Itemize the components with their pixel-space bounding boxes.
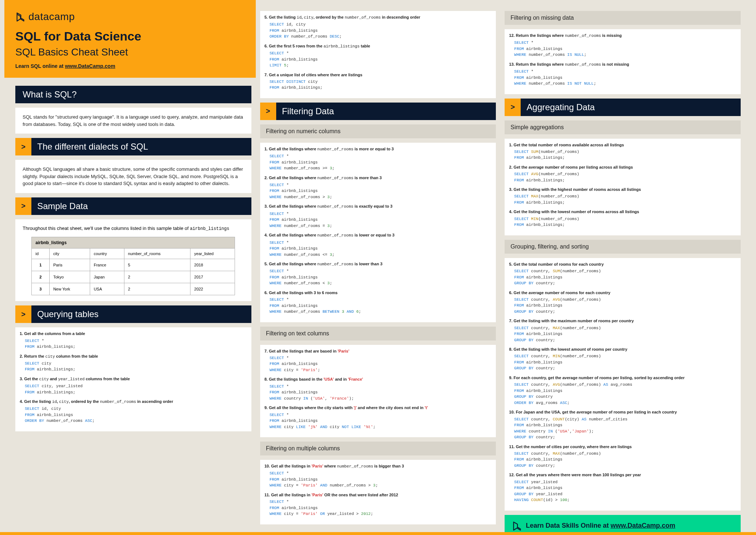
code-item: 12. Return the listings where number_of_… <box>509 33 736 58</box>
code-item: 7. Get all the listings that are based i… <box>265 349 492 373</box>
code-item: 11. Get the number of cities per country… <box>509 444 736 469</box>
section-title: What is SQL? <box>15 86 251 103</box>
code-item: 4. Get the listing id, city, ordered by … <box>20 399 247 424</box>
code-item: 1. Get all the columns from a tableSELEC… <box>20 331 247 350</box>
learn-line: Learn SQL online at www.DataCamp.com <box>15 63 245 69</box>
querying-items-cont: 5. Get the listing id, city, ordered by … <box>260 11 496 98</box>
datacamp-logo-icon <box>512 521 522 531</box>
item-label: 3. Get the listing with the highest numb… <box>509 187 736 192</box>
item-label: 5. Get all the listings where number_of_… <box>265 261 492 267</box>
item-label: 12. Return the listings where number_of_… <box>509 33 736 38</box>
page: datacamp SQL for Data Science SQL Basics… <box>0 0 756 535</box>
table-cell: Tokyo <box>49 271 90 283</box>
column-1: datacamp SQL for Data Science SQL Basics… <box>11 11 256 531</box>
datacamp-logo-icon <box>15 12 26 22</box>
column-3: Filtering on missing data 12. Return the… <box>500 11 745 531</box>
table-cell: 2022 <box>190 283 235 295</box>
section-sample-data: > Sample Data <box>15 197 251 215</box>
code-block: SELECT country, MAX(number_of_rooms) FRO… <box>509 325 736 343</box>
item-label: 5. Get the listing id, city, ordered by … <box>265 15 492 20</box>
logo-row: datacamp <box>15 11 245 23</box>
item-label: 6. Get the average number of rooms for e… <box>509 290 736 295</box>
filter-missing-items: 12. Return the listings where number_of_… <box>505 29 741 94</box>
code-block: SELECT year_listed FROM airbnb_listings … <box>509 479 736 503</box>
footer-link[interactable]: www.DataCamp.com <box>610 522 675 529</box>
agg-simple-items: 1. Get the total number of rooms availab… <box>505 139 741 235</box>
table-col-header: year_listed <box>190 249 235 259</box>
code-block: SELECT * FROM airbnb_listings WHERE numb… <box>265 211 492 229</box>
code-block: SELECT city FROM airbnb_listings; <box>20 361 247 373</box>
table-cell: USA <box>90 283 124 295</box>
filter-multi-items: 10. Get all the listings in 'Paris' wher… <box>260 460 496 524</box>
code-item: 3. Get all the listings where number_of_… <box>265 204 492 229</box>
table-cell: Paris <box>49 259 90 271</box>
section-filtering: > Filtering Data <box>260 103 496 120</box>
item-label: 2. Get all the listings where number_of_… <box>265 175 492 181</box>
sample-table: airbnb_listings idcitycountrynumber_of_r… <box>31 237 235 295</box>
code-item: 10. For Japan and the USA, get the avera… <box>509 409 736 440</box>
bottom-orange-bar <box>0 532 756 535</box>
subsect-text: Filtering on text columns <box>260 327 496 340</box>
code-item: 9. For each country, get the average num… <box>509 375 736 406</box>
code-item: 2. Get the average number of rooms per l… <box>509 165 736 183</box>
code-block: SELECT country, MAX(number_of_rooms) FRO… <box>509 451 736 469</box>
item-label: 4. Get the listing id, city, ordered by … <box>20 399 247 404</box>
code-block: SELECT * FROM airbnb_listings WHERE numb… <box>265 240 492 258</box>
header-block: datacamp SQL for Data Science SQL Basics… <box>4 0 256 78</box>
code-block: SELECT * FROM airbnb_listings WHERE coun… <box>265 384 492 402</box>
item-label: 3. Get the city and year_listed columns … <box>20 376 247 382</box>
sample-intro-b: airbnb_listings <box>190 226 229 231</box>
item-label: 7. Get all the listings that are based i… <box>265 349 492 354</box>
subsect-simple-agg: Simple aggregations <box>505 120 741 134</box>
item-label: 8. Get the listing with the lowest amoun… <box>509 347 736 352</box>
code-block: SELECT id, city FROM airbnb_listings ORD… <box>20 406 247 424</box>
code-item: 7. Get the listing with the maximum numb… <box>509 318 736 343</box>
item-label: 4. Get all the listings where number_of_… <box>265 232 492 238</box>
item-label: 1. Get all the columns from a table <box>20 331 247 336</box>
item-label: 5. Get the total number of rooms for eac… <box>509 262 736 267</box>
section-dialects: > The different dialects of SQL <box>15 138 251 155</box>
subsect-multi: Filtering on multiple columns <box>260 442 496 455</box>
item-label: 7. Get the listing with the maximum numb… <box>509 318 736 323</box>
brand-name: datacamp <box>28 11 75 23</box>
sample-table-wrap: Throughout this cheat sheet, we'll use t… <box>15 219 251 301</box>
code-block: SELECT * FROM airbnb_listings WHERE city… <box>265 412 492 430</box>
code-block: SELECT country, COUNT(city) AS number_of… <box>509 416 736 440</box>
section-title: Filtering Data <box>276 103 496 120</box>
code-block: SELECT * FROM airbnb_listings WHERE numb… <box>265 153 492 172</box>
item-label: 8. Get the listings based in the 'USA' a… <box>265 377 492 382</box>
code-item: 5. Get all the listings where number_of_… <box>265 261 492 286</box>
agg-group-items: 5. Get the total number of rooms for eac… <box>505 258 741 511</box>
code-block: SELECT DISTINCT city FROM airbnb_lisitin… <box>265 79 492 91</box>
code-item: 12. Get all the years where there were m… <box>509 472 736 503</box>
code-item: 7. Get a unique list of cities where the… <box>265 72 492 91</box>
code-block: SELECT MIN(number_of_rooms) FROM airbnb_… <box>509 216 736 228</box>
code-item: 1. Get all the listings where number_of_… <box>265 146 492 172</box>
code-block: SELECT * FROM airbnb_listings LIMIT 5; <box>265 50 492 69</box>
section-querying: > Querying tables <box>15 305 251 323</box>
code-block: SELECT MAX(number_of_rooms) FROM airbnb_… <box>509 193 736 205</box>
chevron-icon: > <box>260 103 276 120</box>
subsect-grouping: Grouping, filtering, and sorting <box>505 240 741 254</box>
learn-link[interactable]: www.DataCamp.com <box>65 63 115 69</box>
code-item: 4. Get the listing with the lowest numbe… <box>509 209 736 228</box>
code-block: SELECT * FROM airbnb_listings WHERE numb… <box>509 40 736 58</box>
code-item: 11. Get all the listings in 'Paris' OR t… <box>265 492 492 517</box>
section-aggregating: > Aggregating Data <box>505 99 741 116</box>
table-cell: New York <box>49 283 90 295</box>
code-item: 2. Get all the listings where number_of_… <box>265 175 492 200</box>
code-item: 6. Get the average number of rooms for e… <box>509 290 736 315</box>
table-cell: 2018 <box>190 259 235 271</box>
item-label: 9. Get all the listings where the city s… <box>265 405 492 410</box>
code-block: SELECT * FROM airbnb_listings WHERE numb… <box>265 268 492 286</box>
code-item: 8. Get the listings based in the 'USA' a… <box>265 377 492 401</box>
sub-title: SQL Basics Cheat Sheet <box>15 46 245 58</box>
table-col-header: city <box>49 249 90 259</box>
section-title: The different dialects of SQL <box>31 138 251 155</box>
code-item: 2. Return the city column from the table… <box>20 354 247 373</box>
code-item: 3. Get the city and year_listed columns … <box>20 376 247 395</box>
code-block: SELECT * FROM airbnb_listings; <box>20 338 247 350</box>
code-block: SELECT * FROM airbnb_listings WHERE city… <box>265 470 492 489</box>
table-row: 3New YorkUSA22022 <box>32 283 235 295</box>
table-cell: Japan <box>90 271 124 283</box>
